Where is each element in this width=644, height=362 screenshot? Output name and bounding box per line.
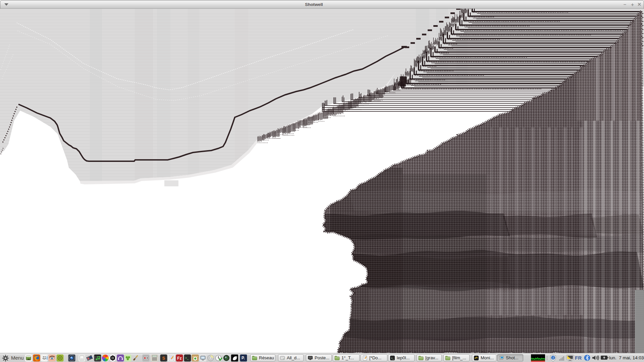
svg-text:Fz: Fz [177, 356, 181, 361]
svg-text:S: S [162, 356, 165, 361]
svg-text:>_: >_ [185, 356, 189, 360]
svg-text:>_: >_ [391, 357, 394, 360]
svg-text:P.: P. [241, 356, 245, 360]
